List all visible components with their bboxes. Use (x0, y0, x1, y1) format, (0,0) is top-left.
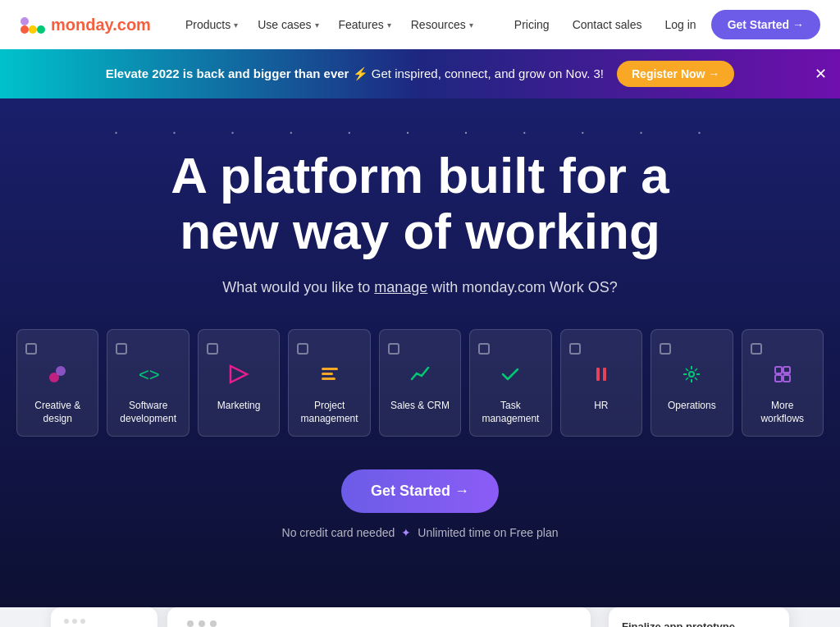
hero-cta: Get Started → (16, 469, 824, 513)
svg-point-3 (21, 17, 29, 25)
nav-login[interactable]: Log in (656, 13, 704, 36)
nav-links: Products ▾ Use cases ▾ Features ▾ Resour… (177, 13, 482, 36)
nav-use-cases[interactable]: Use cases ▾ (249, 13, 326, 36)
wf-card-more-label: More workflows (751, 400, 815, 425)
wf-card-hr-label: HR (594, 400, 608, 413)
svg-line-18 (686, 368, 688, 371)
wf-card-sales-label: Sales & CRM (390, 400, 450, 413)
nav-features[interactable]: Features ▾ (331, 13, 399, 36)
wf-card-operations[interactable]: Operations (651, 329, 733, 436)
svg-rect-11 (596, 368, 600, 381)
wf-checkbox[interactable] (569, 343, 581, 355)
hero-cta-subtext: No credit card needed ✦ Unlimited time o… (16, 526, 824, 539)
chevron-down-icon: ▾ (234, 21, 238, 30)
register-now-button[interactable]: Register Now → (617, 61, 734, 87)
wf-card-creative-design[interactable]: Creative & design (16, 329, 98, 436)
announcement-banner: Elevate 2022 is back and bigger than eve… (0, 49, 840, 98)
chevron-down-icon: ▾ (469, 21, 473, 30)
nav-products[interactable]: Products ▾ (177, 13, 246, 36)
logo-wordmark: monday.com (51, 16, 151, 34)
banner-subtitle: Get inspired, connect, and grow on Nov. … (372, 66, 604, 80)
dash-dot-3 (210, 620, 217, 627)
nav-get-started-button[interactable]: Get Started → (711, 10, 820, 39)
wf-card-hr[interactable]: HR (560, 329, 642, 436)
svg-rect-25 (783, 375, 790, 382)
banner-text: Elevate 2022 is back and bigger than eve… (106, 66, 604, 81)
svg-line-19 (695, 378, 697, 380)
wf-card-more-workflows[interactable]: More workflows (742, 329, 824, 436)
dashboard-row: Q1 roadmap overview Quarterly roadmap Th… (51, 607, 789, 627)
svg-rect-24 (775, 375, 782, 382)
wf-card-marketing[interactable]: Marketing (198, 329, 280, 436)
wf-card-software-dev[interactable]: <> Software development (107, 329, 189, 436)
sales-crm-icon (409, 363, 431, 391)
close-banner-button[interactable]: ✕ (815, 65, 827, 83)
wf-card-operations-label: Operations (668, 400, 716, 413)
nav-left: monday.com Products ▾ Use cases ▾ Featur… (20, 11, 482, 38)
dashboard-right-panel: Finalize app prototype K Kara Integrate (609, 607, 789, 627)
workflow-cards: Creative & design <> Software developmen… (16, 329, 824, 436)
wf-card-sales-crm[interactable]: Sales & CRM (379, 329, 461, 436)
software-dev-icon: <> (137, 363, 160, 391)
no-cc-text: No credit card needed (282, 526, 395, 539)
free-plan-text: Unlimited time on Free plan (418, 526, 558, 539)
creative-design-icon (46, 363, 69, 391)
more-workflows-icon (771, 363, 794, 391)
svg-point-13 (689, 372, 694, 377)
hr-icon (590, 363, 613, 391)
hero-section: A platform built for a new way of workin… (0, 98, 840, 607)
wf-checkbox[interactable] (297, 343, 308, 355)
dashboard-preview-section: Q1 roadmap overview Quarterly roadmap Th… (0, 607, 840, 627)
svg-point-0 (21, 25, 29, 34)
diamond-icon: ✦ (401, 526, 411, 539)
nav-resources[interactable]: Resources ▾ (403, 13, 482, 36)
task-mgmt-icon (499, 363, 522, 391)
chevron-down-icon: ▾ (315, 21, 319, 30)
wf-card-creative-label: Creative & design (25, 400, 89, 425)
wf-card-project-mgmt[interactable]: Project management (288, 329, 370, 436)
wf-card-software-label: Software development (116, 400, 180, 425)
wf-card-marketing-label: Marketing (217, 400, 261, 413)
dashboard-main-card: Quarterly roadmap This month Owner Statu… (167, 607, 591, 627)
wf-checkbox[interactable] (388, 343, 399, 355)
hero-subtitle: What would you like to manage with monda… (16, 279, 824, 296)
banner-title: Elevate 2022 is back and bigger than eve… (106, 66, 349, 80)
svg-rect-8 (322, 368, 338, 370)
project-mgmt-icon (318, 363, 341, 391)
wf-checkbox[interactable] (660, 343, 671, 355)
window-dots (64, 619, 144, 624)
svg-marker-7 (231, 366, 247, 382)
dash-dot-1 (187, 620, 194, 627)
nav-contact-sales[interactable]: Contact sales (564, 13, 651, 36)
chevron-down-icon: ▾ (387, 21, 391, 30)
navbar: monday.com Products ▾ Use cases ▾ Featur… (0, 0, 840, 49)
dash-dot-2 (199, 620, 205, 627)
nav-pricing[interactable]: Pricing (506, 13, 558, 36)
wf-card-task-mgmt[interactable]: Task management (469, 329, 551, 436)
nav-right: Pricing Contact sales Log in Get Started… (506, 10, 820, 39)
logo-icon (20, 11, 46, 38)
wf-card-project-label: Project management (297, 400, 361, 425)
svg-line-20 (695, 368, 697, 371)
wf-checkbox[interactable] (751, 343, 762, 355)
wf-checkbox[interactable] (207, 343, 218, 355)
wf-checkbox[interactable] (25, 343, 37, 355)
svg-text:<>: <> (139, 364, 160, 385)
dot-2 (72, 619, 77, 624)
svg-rect-10 (322, 378, 336, 380)
svg-rect-9 (322, 373, 333, 375)
wf-card-task-label: Task management (478, 400, 542, 425)
logo[interactable]: monday.com (20, 11, 151, 38)
banner-emoji: ⚡ (353, 66, 372, 80)
side-card-left: Q1 roadmap overview (51, 607, 158, 627)
operations-icon (680, 363, 703, 391)
svg-point-1 (29, 25, 37, 34)
wf-checkbox[interactable] (116, 343, 127, 355)
hero-get-started-button[interactable]: Get Started → (341, 469, 499, 513)
svg-rect-22 (775, 367, 782, 373)
wf-checkbox[interactable] (478, 343, 490, 355)
hero-manage-underline: manage (374, 279, 427, 295)
svg-point-5 (56, 366, 66, 376)
dot-3 (80, 619, 85, 624)
svg-rect-12 (603, 368, 606, 381)
